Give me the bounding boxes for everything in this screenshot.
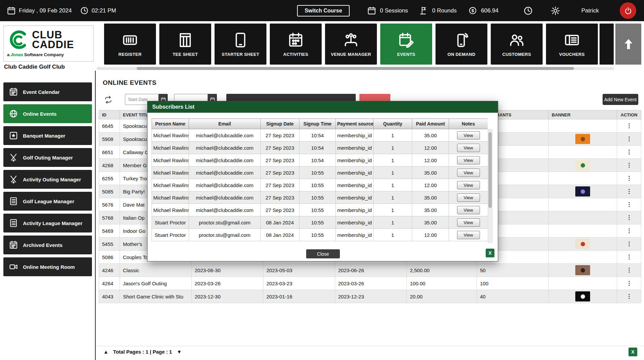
row-actions-kebab-icon[interactable] [626, 122, 633, 129]
dollar-icon [468, 6, 477, 15]
event-price: 2,500.00 [407, 264, 477, 277]
subscribers-col-header: Payment source [336, 119, 374, 129]
sidebar-item-activity-outing-manager[interactable]: Activity Outing Manager [3, 170, 92, 189]
event-action-cell [617, 198, 641, 211]
pumpkin-banner [575, 134, 590, 144]
page-down-icon[interactable]: ▼ [177, 349, 182, 355]
power-button[interactable] [620, 2, 636, 19]
event-id: 5086 [99, 251, 120, 264]
nav-button-venue-manager[interactable]: VENUE MANAGER [325, 24, 377, 65]
sidebar-item-banquet-manager[interactable]: Banquet Manager [3, 126, 92, 145]
modal-header: Subscribers List [148, 101, 498, 113]
row-actions-kebab-icon[interactable] [626, 241, 633, 247]
switch-course-button[interactable]: Switch Course [297, 5, 350, 16]
view-notes-button[interactable]: View [457, 193, 480, 202]
notes-cell: View [449, 191, 488, 204]
nav-button-label: REGISTER [119, 52, 142, 57]
nav-scrollbar-thumb[interactable] [137, 67, 574, 70]
sidebar-item-label: Online Events [23, 111, 57, 117]
modal-scrollbar-thumb[interactable] [488, 132, 492, 208]
sidebar-item-golf-outing-manager[interactable]: Golf Outing Manager [3, 148, 92, 167]
nav-button-tee-sheet[interactable]: TEE SHEET [159, 24, 211, 65]
modal-close-button[interactable]: Close [306, 249, 340, 258]
subscriber-name: Stuart Proctor [152, 229, 189, 241]
add-new-event-button[interactable]: Add New Event [603, 94, 638, 105]
gear-icon[interactable] [550, 6, 560, 16]
signup-date: 27 Sep 2023 [261, 204, 299, 216]
event-action-cell [617, 119, 641, 133]
nav-button-customers[interactable]: CUSTOMERS [491, 24, 543, 65]
event-title: Short Game Clinic with Stu [120, 290, 192, 303]
event-registrants: 50 [477, 264, 549, 277]
excel-export-icon[interactable]: X [486, 249, 494, 257]
event-id: 6651 [99, 146, 120, 159]
mobile-signal-icon [453, 32, 470, 48]
signup-time: 10:55 [299, 204, 336, 216]
clock-history-icon[interactable] [523, 6, 533, 16]
sidebar-item-online-events[interactable]: Online Events [3, 104, 92, 123]
golf-clubs-icon [9, 153, 18, 162]
nav-button-activities[interactable]: ACTIVITIES [270, 24, 322, 65]
payment-source: membership_id [336, 129, 374, 142]
nav-button-events[interactable]: EVENTS [380, 24, 432, 65]
row-actions-kebab-icon[interactable] [626, 149, 633, 155]
subscribers-table: Person NameEmailSignup DateSignup TimePa… [152, 118, 488, 243]
topbar: Friday , 09 Feb 2024 02:21 PM Switch Cou… [0, 0, 644, 21]
row-actions-kebab-icon[interactable] [626, 188, 633, 195]
quantity: 1 [374, 191, 412, 204]
event-price: 20.00 [407, 290, 477, 303]
view-notes-button[interactable]: View [457, 156, 480, 165]
sidebar-item-activity-league-manager[interactable]: Activity League Manager [3, 214, 92, 232]
row-actions-kebab-icon[interactable] [626, 267, 633, 274]
nav-button-starter-sheet[interactable]: STARTER SHEET [215, 24, 266, 65]
sidebar-item-archived-events[interactable]: Archived Events [3, 236, 92, 254]
row-actions-kebab-icon[interactable] [626, 201, 633, 208]
logo-wordmark: CLUB CADDIE [32, 30, 74, 50]
event-banner-cell [549, 185, 617, 198]
event-id: 5085 [99, 185, 120, 198]
tablet-icon [232, 32, 249, 48]
event-date-2: 2023-03-23 [263, 277, 335, 290]
view-notes-button[interactable]: View [457, 131, 480, 140]
view-notes-button[interactable]: View [457, 181, 480, 189]
nav-button-partial[interactable] [600, 24, 614, 65]
page-up-icon[interactable]: ▲ [103, 349, 108, 355]
row-actions-kebab-icon[interactable] [626, 162, 633, 169]
view-notes-button[interactable]: View [457, 206, 480, 214]
nav-scroll-up-button[interactable] [615, 24, 641, 65]
row-actions-kebab-icon[interactable] [626, 175, 633, 182]
event-banner-cell [549, 159, 617, 172]
view-notes-button[interactable]: View [457, 218, 480, 227]
event-banner-cell [549, 238, 617, 251]
refresh-icon[interactable] [104, 96, 112, 104]
sidebar-item-golf-league-manager[interactable]: Golf League Manager [3, 192, 92, 211]
nav-button-register[interactable]: REGISTER [104, 24, 156, 65]
view-notes-button[interactable]: View [457, 231, 480, 239]
payment-source: membership_id [336, 191, 374, 204]
view-notes-button[interactable]: View [457, 169, 480, 177]
row-actions-kebab-icon[interactable] [626, 214, 633, 221]
event-banner-cell [549, 290, 617, 303]
signup-time: 10:55 [299, 216, 336, 229]
calendar-icon [9, 240, 18, 250]
subscriber-row: Michael Rawlinsmichael@clubcaddie.com27 … [152, 154, 488, 167]
nav-button-vouchers[interactable]: VOUCHERS [546, 24, 598, 65]
logo-panel: CLUB CADDIE aJonasSoftware Company [3, 26, 94, 62]
excel-export-icon[interactable]: X [629, 348, 637, 356]
row-actions-kebab-icon[interactable] [626, 280, 633, 287]
events-col-header: ID [99, 110, 120, 119]
event-banner-cell [549, 277, 617, 290]
sidebar-item-online-meeting-room[interactable]: Online Meeting Room [3, 257, 92, 276]
row-actions-kebab-icon[interactable] [626, 136, 633, 142]
list-icon [9, 196, 18, 206]
sidebar-item-event-calendar[interactable]: Event Calendar [3, 82, 92, 101]
row-actions-kebab-icon[interactable] [626, 293, 633, 300]
jonas-wordmark: Jonas [10, 52, 23, 57]
sidebar-item-label: Activity League Manager [23, 220, 83, 226]
events-col-header: BANNER [549, 110, 617, 119]
nav-button-on-demand[interactable]: ON DEMAND [436, 24, 487, 65]
row-actions-kebab-icon[interactable] [626, 227, 633, 234]
row-actions-kebab-icon[interactable] [626, 254, 633, 260]
signup-date: 27 Sep 2023 [261, 142, 299, 154]
view-notes-button[interactable]: View [457, 144, 480, 152]
